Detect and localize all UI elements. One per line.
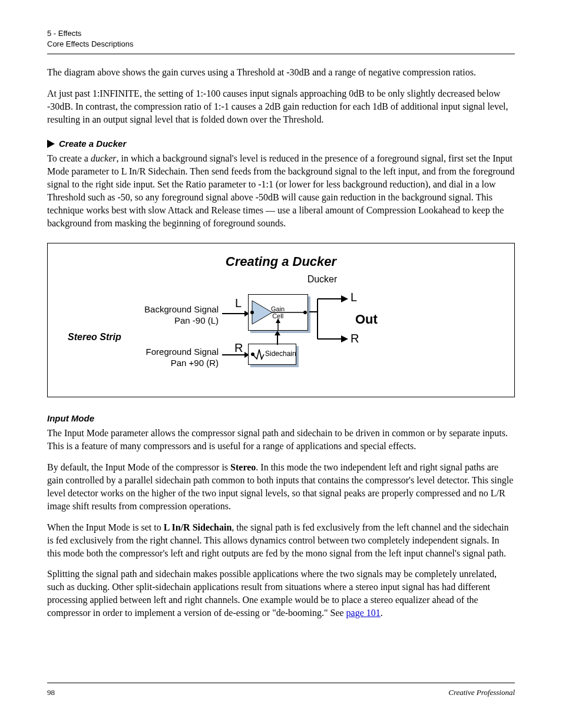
figure-label: Pan +90 (R) [59,357,219,369]
figure-gain-cell-text: Gain [271,305,285,312]
text-run: . [381,608,383,618]
bold-text: Stereo [230,462,256,472]
page-footer: 98 Creative Professional [47,683,515,697]
svg-marker-13 [275,331,280,335]
figure-gain-cell-text: Cell [271,312,285,319]
figure-output-label: Out [355,311,378,328]
figure-label: Foreground Signal [59,346,219,358]
body-paragraph: Splitting the signal path and sidechain … [47,568,515,620]
text-run: , in which a background signal's level i… [47,153,515,228]
subheading-input-mode: Input Mode [47,413,515,425]
header-section: Core Effects Descriptions [47,39,515,50]
italic-text: ducker [91,153,117,163]
gain-cell-box: Gain Cell [248,294,308,331]
figure-title: Creating a Ducker [59,253,503,271]
header-chapter: 5 - Effects [47,28,515,39]
sidechain-box: Sidechain [248,344,296,365]
svg-marker-0 [47,140,55,148]
text-run: By default, the Input Mode of the compre… [47,462,230,472]
body-paragraph: The diagram above shows the gain curves … [47,66,515,79]
svg-point-6 [250,311,254,314]
figure-sublabel: Ducker [142,273,503,286]
page-link[interactable]: page 101 [346,608,381,618]
figure-input-l: L [235,295,242,311]
body-paragraph: To create a ducker, in which a backgroun… [47,152,515,229]
figure-output-r: R [351,331,359,347]
figure-label: Pan -90 (L) [59,315,219,327]
text-run: To create a [47,153,91,163]
subheading-create-ducker: Create a Ducker [47,138,515,150]
play-icon [47,140,55,148]
text-run: When the Input Mode is set to [47,522,164,532]
figure-stereo-strip: Stereo Strip [68,331,121,344]
figure-label: Background Signal [59,304,219,315]
body-paragraph: When the Input Mode is set to L In/R Sid… [47,521,515,560]
figure-input-r: R [234,340,243,356]
figure-creating-a-ducker: Creating a Ducker Ducker Background Sign… [47,243,515,397]
arrow-icon [275,331,280,345]
svg-marker-5 [252,301,272,324]
figure-sidechain-text: Sidechain [265,350,296,358]
bold-text: L In/R Sidechain [164,522,232,532]
running-header: 5 - Effects Core Effects Descriptions [47,28,515,54]
body-paragraph: By default, the Input Mode of the compre… [47,461,515,513]
arrow-icon [222,311,249,317]
page-number: 98 [47,688,55,697]
figure-output-l: L [351,289,357,305]
text-run: Splitting the signal path and sidechain … [47,569,497,618]
svg-marker-17 [341,295,348,302]
publisher-name: Creative Professional [448,688,515,697]
body-paragraph: At just past 1:INFINITE, the setting of … [47,87,515,126]
svg-marker-20 [341,335,348,342]
body-paragraph: The Input Mode parameter allows the comp… [47,427,515,453]
subheading-text: Create a Ducker [59,138,126,150]
